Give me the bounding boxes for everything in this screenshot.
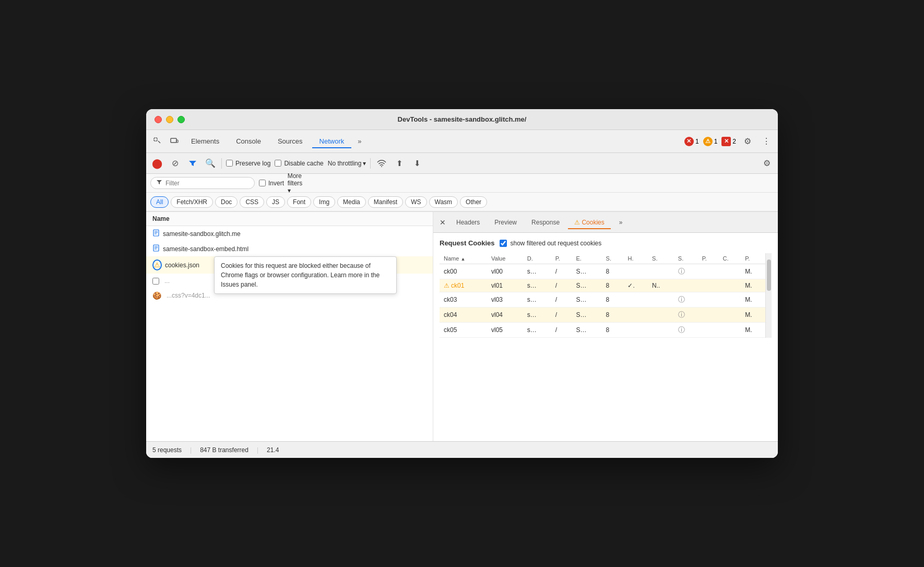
col-d[interactable]: D. (523, 253, 551, 264)
show-filtered-label[interactable]: show filtered out request cookies (500, 240, 601, 247)
col-value[interactable]: Value (487, 253, 523, 264)
disable-cache-checkbox[interactable]: Disable cache (275, 160, 323, 167)
pending-text-2: ...css?v=4dc1... (167, 292, 210, 299)
request-cookies-header: Request Cookies show filtered out reques… (440, 239, 772, 247)
cell-h (623, 292, 648, 308)
info-icon: ⓘ (678, 267, 685, 275)
panel-tab-response[interactable]: Response (525, 216, 566, 229)
table-row[interactable]: ck05 vl05 s… / S… 8 ⓘ (440, 323, 765, 338)
cell-c (719, 323, 741, 338)
cell-c (719, 279, 741, 292)
filter-all[interactable]: All (150, 196, 169, 208)
cell-name: ck04 (440, 308, 487, 323)
col-name[interactable]: Name ▲ (440, 253, 487, 264)
cell-p3: M. (741, 292, 765, 308)
search-icon[interactable]: 🔍 (204, 157, 217, 170)
more-filters-button[interactable]: More filters ▾ (288, 176, 302, 190)
filter-js[interactable]: JS (266, 196, 285, 208)
traffic-lights (155, 116, 185, 123)
filter-font[interactable]: Font (287, 196, 311, 208)
filter-manifest[interactable]: Manifest (368, 196, 403, 208)
show-filtered-checkbox[interactable] (500, 240, 507, 247)
close-button[interactable] (155, 116, 162, 123)
upload-icon[interactable]: ⬆ (393, 157, 406, 170)
table-row[interactable]: ck04 vl04 s… / S… 8 ⓘ (440, 308, 765, 323)
filter-doc[interactable]: Doc (215, 196, 238, 208)
panel-close-button[interactable]: ✕ (437, 216, 448, 229)
inspect-icon[interactable] (150, 134, 165, 149)
invert-checkbox[interactable]: Invert (259, 180, 284, 187)
cell-s2 (648, 264, 674, 279)
col-p2[interactable]: P. (698, 253, 719, 264)
stop-recording-button[interactable]: ⬤ (150, 157, 164, 170)
table-row[interactable]: ck00 vl00 s… / S… 8 ⓘ (440, 264, 765, 279)
cell-p2 (698, 323, 719, 338)
cell-s3: ⓘ (674, 323, 698, 338)
col-c[interactable]: C. (719, 253, 741, 264)
cell-c (719, 264, 741, 279)
col-s2[interactable]: S. (648, 253, 674, 264)
scrollbar-thumb[interactable] (767, 259, 771, 291)
status-bar: 5 requests | 847 B transferred | 21.4 (146, 441, 778, 458)
filter-input-container[interactable] (150, 177, 255, 189)
clear-button[interactable]: ⊘ (168, 157, 182, 170)
wifi-icon[interactable] (375, 157, 388, 170)
cell-h (623, 323, 648, 338)
more-menu-icon[interactable]: ⋮ (759, 134, 774, 149)
network-settings-icon[interactable]: ⚙ (760, 157, 774, 170)
file-item-1[interactable]: samesite-sandbox.glitch.me (146, 226, 433, 241)
filter-other[interactable]: Other (460, 196, 487, 208)
col-e[interactable]: E. (572, 253, 601, 264)
preserve-log-input[interactable] (226, 160, 233, 167)
col-p3[interactable]: P. (741, 253, 765, 264)
cell-p: / (551, 264, 572, 279)
minimize-button[interactable] (166, 116, 173, 123)
preserve-log-checkbox[interactable]: Preserve log (226, 160, 270, 167)
panel-tab-more[interactable]: » (613, 216, 629, 229)
info-icon: ⓘ (678, 326, 685, 334)
panel-tab-preview[interactable]: Preview (488, 216, 523, 229)
filter-img[interactable]: Img (313, 196, 335, 208)
cookies-table: Name ▲ Value D. P. E. S. H. S. S. (440, 253, 765, 338)
filter-fetchxhr[interactable]: Fetch/XHR (171, 196, 213, 208)
tab-elements[interactable]: Elements (184, 134, 227, 148)
filter-media[interactable]: Media (337, 196, 366, 208)
settings-icon[interactable]: ⚙ (740, 134, 755, 149)
throttle-select[interactable]: No throttling ▾ (328, 160, 366, 167)
col-s3[interactable]: S. (674, 253, 698, 264)
cell-value: vl04 (487, 308, 523, 323)
filter-css[interactable]: CSS (240, 196, 264, 208)
cell-c (719, 292, 741, 308)
tab-console[interactable]: Console (229, 134, 268, 148)
cell-d: s… (523, 308, 551, 323)
tab-network[interactable]: Network (312, 134, 352, 148)
cell-e: S… (572, 323, 601, 338)
filter-icon[interactable] (186, 157, 199, 170)
filter-text-input[interactable] (165, 180, 239, 187)
tab-sources[interactable]: Sources (270, 134, 310, 148)
invert-input[interactable] (259, 180, 266, 186)
panel-tab-cookies[interactable]: ⚠ Cookies (568, 216, 611, 229)
col-p[interactable]: P. (551, 253, 572, 264)
disable-cache-input[interactable] (275, 160, 281, 167)
table-row[interactable]: ⚠ ck01 vl01 s… / S… 8 (440, 279, 765, 292)
svg-rect-0 (154, 138, 157, 141)
device-toggle-icon[interactable] (167, 134, 182, 149)
col-s[interactable]: S. (602, 253, 624, 264)
devtools-window: DevTools - samesite-sandbox.glitch.me/ E… (146, 109, 778, 458)
file-item-2[interactable]: samesite-sandbox-embed.html (146, 241, 433, 256)
file-item-3[interactable]: ⚠ cookies.json Cookies for this request … (146, 256, 433, 274)
filter-wasm[interactable]: Wasm (429, 196, 458, 208)
tab-more[interactable]: » (353, 135, 365, 147)
table-row[interactable]: ck03 vl03 s… / S… 8 ⓘ (440, 292, 765, 308)
maximize-button[interactable] (177, 116, 185, 123)
scrollbar[interactable] (765, 253, 772, 338)
pending-checkbox-1[interactable] (152, 278, 159, 285)
panel-tab-headers[interactable]: Headers (450, 216, 486, 229)
file-name-2: samesite-sandbox-embed.html (163, 245, 248, 253)
info-icon: ⓘ (678, 311, 685, 318)
col-h[interactable]: H. (623, 253, 648, 264)
filter-ws[interactable]: WS (405, 196, 427, 208)
download-icon[interactable]: ⬇ (410, 157, 424, 170)
cell-value: vl03 (487, 292, 523, 308)
